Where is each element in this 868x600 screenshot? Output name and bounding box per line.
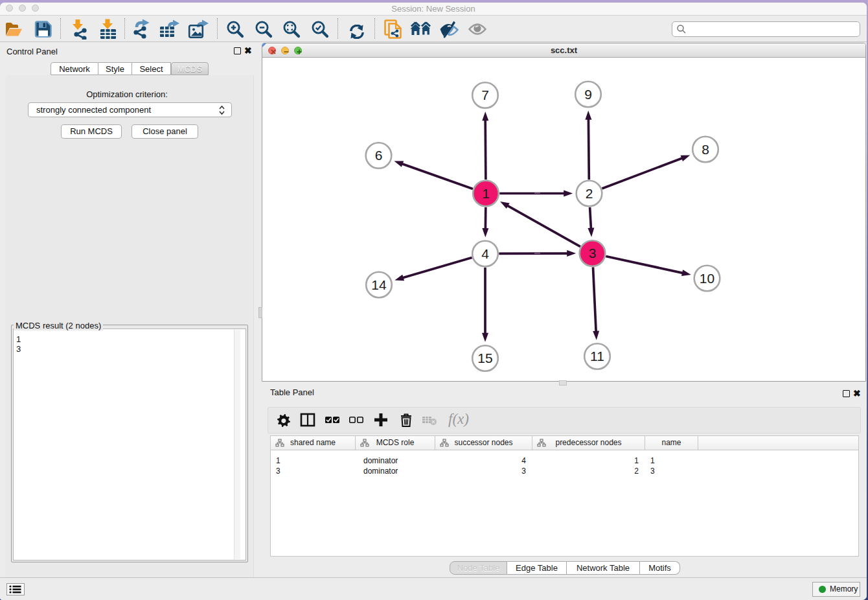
svg-text:2: 2	[586, 186, 593, 201]
svg-text:15: 15	[477, 351, 492, 365]
svg-text:1: 1	[482, 186, 490, 201]
svg-text:11: 11	[590, 349, 604, 363]
svg-text:3: 3	[589, 246, 597, 260]
svg-text:14: 14	[371, 277, 387, 292]
svg-text:9: 9	[584, 87, 592, 102]
svg-text:6: 6	[375, 148, 383, 163]
svg-text:4: 4	[481, 246, 489, 261]
svg-text:8: 8	[702, 142, 709, 157]
svg-text:10: 10	[700, 271, 714, 286]
svg-text:7: 7	[481, 87, 489, 102]
